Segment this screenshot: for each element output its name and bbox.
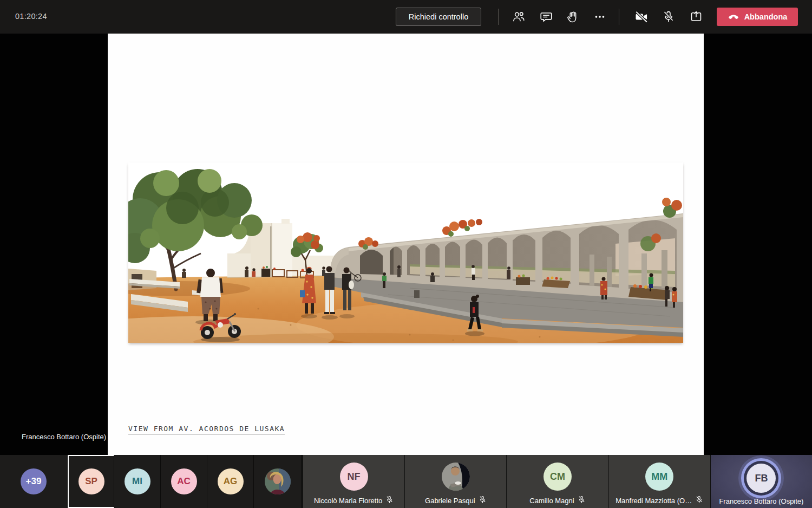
mic-muted-icon bbox=[578, 496, 586, 505]
avatar-initials: AG bbox=[218, 468, 244, 494]
participant-tile-ac[interactable]: AC bbox=[161, 455, 207, 508]
presenter-name-label: Francesco Bottaro (Ospite) bbox=[22, 433, 106, 441]
participant-name: Gabriele Pasqui bbox=[425, 497, 475, 505]
share-screen-icon bbox=[689, 10, 703, 24]
leave-meeting-button[interactable]: Abbandona bbox=[717, 8, 798, 26]
video-tile-francesco-speaking[interactable]: FB Francesco Bottaro (Ospite) bbox=[711, 455, 812, 508]
raise-hand-button[interactable] bbox=[564, 8, 582, 25]
share-screen-button[interactable] bbox=[687, 8, 705, 25]
meeting-timer: 01:20:24 bbox=[15, 12, 47, 21]
screen-share-stage: VIEW FROM AV. ACORDOS DE LUSAKA Francesc… bbox=[0, 34, 812, 455]
avatar-initials: AC bbox=[171, 468, 197, 494]
more-options-icon bbox=[593, 10, 607, 24]
chat-button[interactable] bbox=[537, 8, 555, 25]
people-icon bbox=[512, 10, 526, 24]
avatar-photo bbox=[442, 463, 470, 491]
avatar-initials: MI bbox=[125, 468, 150, 494]
avatar-initials: CM bbox=[543, 463, 572, 491]
request-control-button[interactable]: Richiedi controllo bbox=[396, 8, 481, 26]
avatar-initials: NF bbox=[340, 463, 368, 491]
mic-toggle-button[interactable] bbox=[659, 8, 678, 25]
mic-muted-icon bbox=[385, 496, 394, 505]
participant-name: Niccolò Maria Fioretto bbox=[314, 497, 382, 505]
video-tile-camillo[interactable]: CM Camillo Magni bbox=[507, 455, 608, 508]
participant-name: Francesco Bottaro (Ospite) bbox=[719, 497, 803, 505]
video-tile-gabriele[interactable]: Gabriele Pasqui bbox=[405, 455, 506, 508]
participant-name: Camillo Magni bbox=[529, 497, 574, 505]
avatar-initials: MM bbox=[645, 463, 673, 491]
camera-off-icon bbox=[634, 9, 649, 24]
participant-tile-mi[interactable]: MI bbox=[114, 455, 161, 508]
video-tile-manfredi[interactable]: MM Manfredi Mazziotta (O… bbox=[609, 455, 710, 508]
participant-name: Manfredi Mazziotta (O… bbox=[615, 497, 692, 505]
mic-muted-icon bbox=[479, 496, 487, 505]
slide-caption: VIEW FROM AV. ACORDOS DE LUSAKA bbox=[128, 425, 285, 434]
raised-hand-icon bbox=[566, 10, 580, 24]
phone-hangup-icon bbox=[728, 10, 739, 24]
participant-tile-sp[interactable]: SP bbox=[68, 455, 114, 508]
overflow-participants-tile[interactable]: +39 bbox=[0, 455, 68, 508]
avatar-initials: SP bbox=[78, 468, 104, 494]
overflow-count-badge: +39 bbox=[21, 468, 47, 494]
meeting-top-bar: 01:20:24 Richiedi controllo bbox=[0, 0, 812, 34]
avatar-photo bbox=[265, 468, 291, 494]
avatar-initials-speaking: FB bbox=[746, 464, 776, 493]
mic-muted-icon bbox=[695, 496, 703, 505]
more-options-button[interactable] bbox=[591, 8, 609, 25]
camera-toggle-button[interactable] bbox=[632, 8, 651, 25]
leave-label: Abbandona bbox=[744, 12, 788, 21]
toolbar-divider bbox=[498, 9, 499, 25]
participants-filmstrip: +39 SP MI AC AG NF Niccolò Maria Fiorett bbox=[0, 455, 812, 508]
participant-tile-ag[interactable]: AG bbox=[207, 455, 254, 508]
mic-off-icon bbox=[662, 10, 676, 24]
toolbar-divider bbox=[619, 9, 619, 25]
participant-tile-photo[interactable] bbox=[254, 455, 301, 508]
video-tile-niccolo[interactable]: NF Niccolò Maria Fioretto bbox=[303, 455, 404, 508]
shared-slide: VIEW FROM AV. ACORDOS DE LUSAKA bbox=[108, 34, 704, 455]
shared-screen-image bbox=[128, 162, 683, 343]
participants-button[interactable] bbox=[509, 8, 528, 25]
chat-icon bbox=[539, 10, 553, 24]
request-control-label: Richiedi controllo bbox=[409, 12, 468, 21]
